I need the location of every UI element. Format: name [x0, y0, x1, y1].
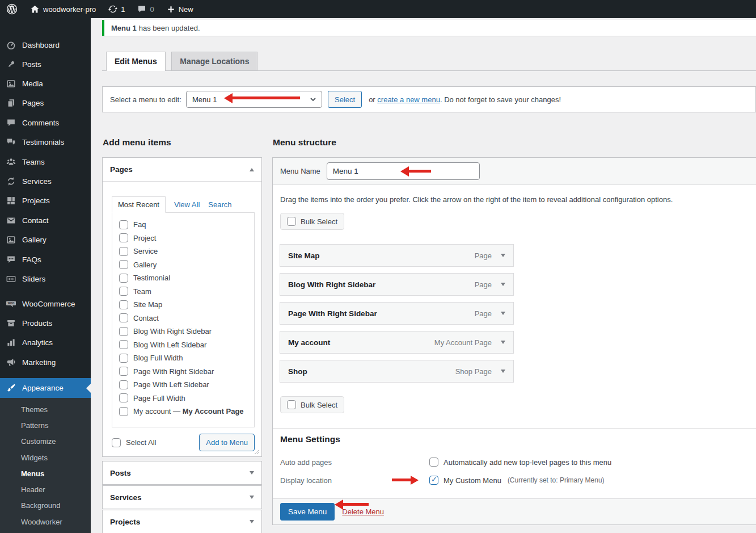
sidebar-item-sliders[interactable]: Sliders [0, 269, 91, 288]
auto-add-option[interactable]: Automatically add new top-level pages to… [429, 458, 611, 467]
sidebar-item-posts[interactable]: Posts [0, 54, 91, 74]
page-checkbox-item[interactable]: Gallery [119, 258, 254, 272]
tab-view-all[interactable]: View All [174, 200, 200, 209]
submenu-item-theme-file-editor[interactable]: Theme File Editor [0, 530, 91, 533]
submenu-item-background[interactable]: Background [0, 498, 91, 514]
submenu-item-themes[interactable]: Themes [0, 401, 91, 417]
page-checkbox-item[interactable]: Team [119, 285, 254, 299]
delete-menu-link[interactable]: Delete Menu [342, 507, 384, 516]
chevron-down-icon[interactable] [501, 341, 505, 346]
bulk-select-checkbox[interactable] [287, 400, 296, 409]
checkbox[interactable] [119, 220, 128, 229]
new-content-menu[interactable]: New [161, 0, 200, 18]
create-new-menu-link[interactable]: create a new menu [377, 95, 440, 104]
tab-search[interactable]: Search [208, 200, 231, 209]
tab-manage-locations[interactable]: Manage Locations [171, 52, 257, 71]
page-checkbox-item[interactable]: Blog Full Width [119, 351, 254, 365]
sidebar-item-dashboard[interactable]: Dashboard [0, 37, 91, 52]
checkbox[interactable] [119, 247, 128, 256]
menu-item-bar-site-map[interactable]: Site Map Page [280, 244, 514, 267]
page-checkbox-item[interactable]: Blog With Right Sidebar [119, 325, 254, 338]
submenu-item-widgets[interactable]: Widgets [0, 450, 91, 465]
chevron-down-icon[interactable] [501, 312, 505, 317]
sidebar-item-media[interactable]: Media [0, 74, 91, 93]
auto-add-checkbox[interactable] [429, 458, 438, 467]
updates-menu[interactable]: 1 [102, 0, 131, 18]
submenu-item-customize[interactable]: Customize [0, 434, 91, 450]
wordpress-logo-menu[interactable] [0, 0, 24, 18]
sidebar-item-teams[interactable]: Teams [0, 152, 91, 171]
submenu-item-woodworker[interactable]: Woodworker [0, 514, 91, 530]
page-checkbox-item[interactable]: Site Map [119, 298, 254, 312]
chevron-down-icon[interactable] [250, 496, 254, 501]
submenu-item-patterns[interactable]: Patterns [0, 417, 91, 433]
sidebar-item-appearance[interactable]: Appearance [0, 378, 91, 398]
checkbox[interactable] [119, 313, 128, 322]
select-all-checkbox[interactable] [112, 438, 121, 447]
sidebar-item-testimonials[interactable]: Testimonials [0, 133, 91, 152]
checkbox[interactable] [119, 407, 128, 416]
chevron-down-icon[interactable] [250, 520, 254, 526]
tab-edit-menus[interactable]: Edit Menus [106, 52, 166, 71]
checkbox[interactable] [119, 260, 128, 269]
page-checkbox-item[interactable]: Page Full Width [119, 392, 254, 405]
page-checkbox-item[interactable]: Page With Left Sidebar [119, 378, 254, 392]
page-checkbox-item[interactable]: Page With Right Sidebar [119, 365, 254, 379]
submenu-item-menus[interactable]: Menus [0, 465, 91, 481]
sidebar-item-projects[interactable]: Projects [0, 191, 91, 211]
page-checkbox-item[interactable]: Contact [119, 312, 254, 325]
checkbox[interactable] [119, 354, 128, 363]
checkbox[interactable] [119, 233, 128, 242]
page-checkbox-item[interactable]: Service [119, 245, 254, 258]
sidebar-item-pages[interactable]: Pages [0, 94, 91, 113]
accordion-posts[interactable]: Posts [102, 461, 262, 485]
accordion-projects[interactable]: Projects [102, 510, 262, 533]
checkbox[interactable] [119, 300, 128, 309]
page-checkbox-item[interactable]: Faq [119, 218, 254, 232]
checkbox[interactable] [119, 380, 128, 389]
sidebar-item-contact[interactable]: Contact [0, 211, 91, 230]
checkbox[interactable] [119, 367, 128, 376]
menu-select-dropdown[interactable]: Menu 1 [186, 91, 322, 108]
bulk-select-bottom[interactable]: Bulk Select [280, 396, 344, 413]
page-checkbox-item-my-account[interactable]: My account — My Account Page [119, 405, 254, 418]
collapse-up-icon[interactable] [250, 166, 254, 171]
page-checkbox-item[interactable]: Blog With Left Sidebar [119, 338, 254, 352]
comments-menu[interactable]: 0 [131, 0, 160, 18]
checkbox[interactable] [119, 287, 128, 296]
chevron-down-icon[interactable] [501, 254, 505, 259]
display-location-option[interactable]: My Custom Menu (Currently set to: Primar… [429, 476, 605, 485]
sidebar-item-products[interactable]: Products [0, 313, 91, 333]
sidebar-item-gallery[interactable]: Gallery [0, 230, 91, 250]
menu-item-bar-shop[interactable]: Shop Shop Page [280, 360, 514, 383]
bulk-select-top[interactable]: Bulk Select [280, 213, 344, 230]
resize-handle[interactable] [254, 450, 259, 455]
menu-item-bar-blog-right-sidebar[interactable]: Blog With Right Sidebar Page [280, 273, 514, 296]
checkbox[interactable] [119, 340, 128, 349]
page-checkbox-item[interactable]: Testimonial [119, 271, 254, 285]
page-checkbox-item[interactable]: Project [119, 232, 254, 245]
menu-item-bar-my-account[interactable]: My account My Account Page [280, 331, 514, 354]
select-all-control[interactable]: Select All [112, 436, 156, 450]
chevron-down-icon[interactable] [501, 370, 505, 375]
chevron-down-icon[interactable] [501, 283, 505, 288]
sidebar-item-analytics[interactable]: Analytics [0, 333, 91, 352]
sidebar-item-woocommerce[interactable]: WOO WooCommerce [0, 294, 91, 313]
accordion-services[interactable]: Services [102, 485, 262, 509]
site-name-menu[interactable]: woodworker-pro [24, 0, 102, 18]
checkbox[interactable] [119, 274, 128, 283]
sidebar-item-comments[interactable]: Comments [0, 113, 91, 132]
checkbox[interactable] [119, 393, 128, 402]
sidebar-item-marketing[interactable]: Marketing [0, 352, 91, 372]
tab-most-recent[interactable]: Most Recent [112, 196, 166, 213]
add-to-menu-button[interactable]: Add to Menu [199, 434, 255, 451]
chevron-down-icon[interactable] [250, 471, 254, 477]
sidebar-item-faqs[interactable]: FAQs [0, 250, 91, 269]
menu-item-bar-page-right-sidebar[interactable]: Page With Right Sidebar Page [280, 302, 514, 325]
submenu-item-header[interactable]: Header [0, 481, 91, 497]
display-location-checkbox-checked[interactable] [429, 476, 438, 485]
checkbox[interactable] [119, 327, 128, 336]
bulk-select-checkbox[interactable] [287, 217, 296, 226]
pages-panel-header[interactable]: Pages [103, 158, 261, 182]
select-menu-button[interactable]: Select [328, 91, 362, 108]
